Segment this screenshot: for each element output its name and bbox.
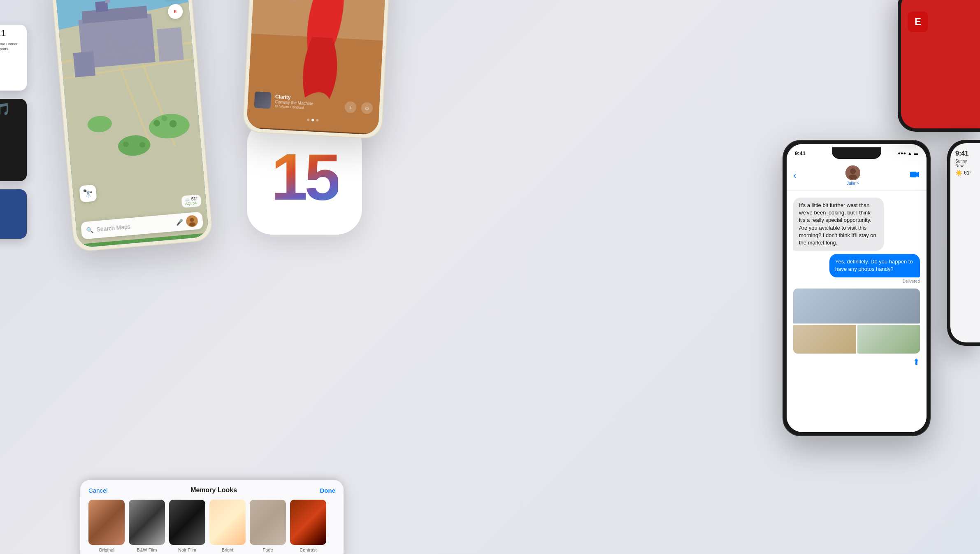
phone-photos-screen: Clarity Conway the Machine ⚙ Warm Contra… (246, 0, 387, 135)
messages-header: ‹ Julie > (787, 162, 927, 191)
signal-icon: ●●● (898, 151, 906, 156)
song-info: Clarity Conway the Machine ⚙ Warm Contra… (275, 93, 314, 110)
filter-noir-thumb (169, 500, 205, 545)
map-binoculars-button[interactable]: 🔭 (79, 184, 97, 202)
cancel-button[interactable]: Cancel (88, 487, 108, 494)
sent-message: Yes, definitely. Do you happen to have a… (829, 254, 920, 277)
top-right-content: E (901, 0, 980, 42)
ios15-number: 15 (271, 144, 338, 210)
app-card-sticker: 🎵 (0, 99, 27, 120)
sunny-label: Sunny (955, 159, 975, 163)
search-icon: 🔍 (86, 226, 93, 233)
status-time: 9:41 (795, 150, 806, 156)
calendar-date: 11 (0, 25, 27, 40)
now-label: Now (955, 163, 975, 168)
phone-bottom-right: 9:41 Sunny Now ☀️ 61° (947, 140, 980, 346)
filter-bright[interactable]: Bright (209, 500, 246, 552)
video-call-button[interactable] (909, 169, 920, 182)
contact-info: Julie > (845, 165, 860, 186)
wifi-icon: ▲ (908, 151, 912, 156)
svg-point-30 (850, 168, 856, 174)
house-photo (793, 289, 920, 324)
phone-photos: Clarity Conway the Machine ⚙ Warm Contra… (242, 0, 391, 140)
svg-marker-33 (917, 172, 919, 177)
weather-row: ☀️ 61° (955, 170, 975, 176)
kitchen-photo (793, 325, 856, 354)
bottom-right-time: 9:41 (955, 150, 975, 157)
filter-noir-label: Noir Film (169, 547, 205, 552)
svg-point-31 (849, 175, 857, 179)
album-art (254, 91, 272, 109)
filter-original-label: Original (88, 547, 125, 552)
map-user-avatar[interactable] (186, 215, 198, 227)
memory-filters-list: Original B&W Film Noir Film Bright Fade … (88, 500, 335, 552)
status-icons: ●●● ▲ ▬ (898, 151, 918, 156)
contact-avatar (845, 165, 860, 180)
map-weather-info: ☁️ 61° AQI 34 (181, 194, 201, 208)
dot-1 (307, 119, 309, 121)
filter-original[interactable]: Original (88, 500, 125, 552)
photos-controls: ♪ ☺ (344, 101, 373, 114)
top-right-screen: E (901, 0, 980, 128)
bottom-right-screen: 9:41 Sunny Now ☀️ 61° (950, 143, 980, 342)
filter-fade-label: Fade (250, 547, 286, 552)
filter-bw-thumb (129, 500, 165, 545)
received-message: It's a little bit further west than we'v… (793, 198, 884, 251)
app-switcher: 11 Game Corner, Reports. 🎵 (0, 25, 33, 239)
microphone-icon[interactable]: 🎤 (176, 219, 183, 226)
app-icon: E (908, 12, 928, 32)
map-background (54, 0, 209, 248)
phone-messages-screen: 9:41 ●●● ▲ ▬ ‹ Julie > (787, 144, 927, 432)
app-card-text: Game Corner, Reports. (0, 40, 27, 53)
face-icon[interactable]: ☺ (361, 102, 373, 114)
contact-name[interactable]: Julie > (845, 181, 860, 186)
weather-icon: ☀️ (955, 170, 962, 176)
done-button[interactable]: Done (320, 487, 336, 494)
filter-contrast-thumb (290, 500, 326, 545)
filter-bw-label: B&W Film (129, 547, 165, 552)
filter-fade-thumb (250, 500, 286, 545)
share-button-container: ⬆ (793, 357, 920, 367)
filter-bw-film[interactable]: B&W Film (129, 500, 165, 552)
room-photo (857, 325, 920, 354)
messages-content: It's a little bit further west than we'v… (787, 191, 927, 373)
svg-rect-32 (910, 172, 917, 177)
map-search-text: Search Maps (96, 219, 176, 233)
photos-svg (246, 0, 387, 135)
battery-icon: ▬ (914, 151, 918, 156)
filter-original-thumb (88, 500, 125, 545)
app-card-calendar[interactable]: 11 Game Corner, Reports. (0, 25, 27, 91)
memory-looks-panel: Cancel Memory Looks Done Original B&W Fi… (80, 480, 344, 554)
photos-background: Clarity Conway the Machine ⚙ Warm Contra… (246, 0, 387, 135)
photo-message-container (793, 289, 920, 354)
dot-3 (316, 119, 318, 121)
temperature: 61° (964, 170, 971, 176)
phone-top-right: E (898, 0, 980, 132)
svg-rect-11 (73, 51, 95, 77)
memory-looks-header: Cancel Memory Looks Done (88, 486, 335, 494)
app-card-dark[interactable]: 🎵 (0, 99, 27, 181)
filter-noir-film[interactable]: Noir Film (169, 500, 205, 552)
dot-2 (311, 119, 314, 121)
phone-maps-screen: FERRY BUILDING 2D E 🔭 ☁️ 61° AQI 34 🔍 Se… (54, 0, 209, 248)
delivered-status: Delivered (793, 279, 920, 284)
photo-messages (793, 289, 920, 354)
filter-contrast[interactable]: Contrast (290, 500, 326, 552)
messages-notch (832, 147, 881, 159)
app-card-blue[interactable] (0, 189, 27, 239)
photos-music-info: Clarity Conway the Machine ⚙ Warm Contra… (254, 91, 314, 111)
memory-looks-title: Memory Looks (190, 486, 237, 494)
filter-bright-label: Bright (209, 547, 246, 552)
phone-maps: FERRY BUILDING 2D E 🔭 ☁️ 61° AQI 34 🔍 Se… (50, 0, 214, 253)
filter-contrast-label: Contrast (290, 547, 326, 552)
share-button[interactable]: ⬆ (913, 357, 920, 367)
map-aqi: AQI 34 (185, 201, 198, 206)
filter-fade[interactable]: Fade (250, 500, 286, 552)
back-button[interactable]: ‹ (793, 170, 796, 181)
music-icon[interactable]: ♪ (344, 101, 356, 113)
filter-bright-thumb (209, 500, 246, 545)
photo-grid (793, 325, 920, 354)
phone-messages: 9:41 ●●● ▲ ▬ ‹ Julie > (783, 140, 931, 436)
svg-rect-10 (157, 27, 184, 62)
map-3d-svg (54, 0, 209, 248)
